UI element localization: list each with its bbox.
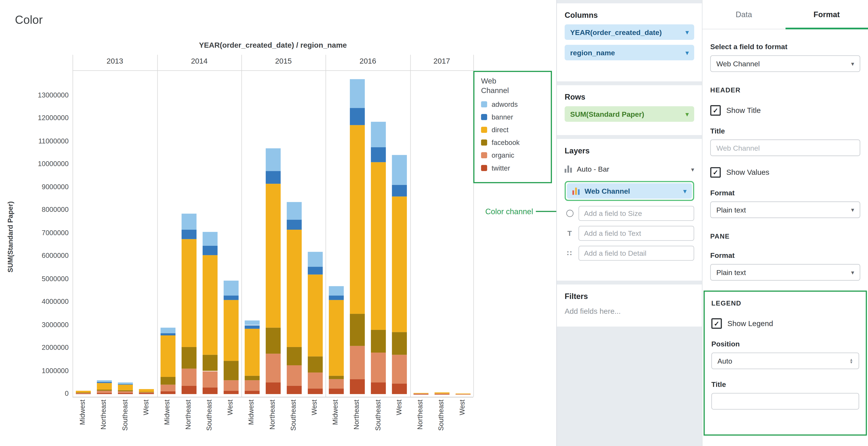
- show-title-checkbox[interactable]: [710, 105, 721, 116]
- bar-segment-organic[interactable]: [181, 369, 196, 386]
- bar-segment-adwords[interactable]: [286, 202, 302, 220]
- bar-segment-organic[interactable]: [223, 380, 239, 391]
- bar-segment-organic[interactable]: [97, 391, 112, 393]
- bar-segment-direct[interactable]: [329, 300, 344, 376]
- bar-segment-facebook[interactable]: [286, 347, 302, 365]
- bar-segment-organic[interactable]: [203, 371, 217, 387]
- bar-segment-twitter[interactable]: [139, 393, 154, 394]
- bar-segment-twitter[interactable]: [350, 379, 365, 394]
- bar-segment-organic[interactable]: [244, 380, 259, 391]
- bar-segment-facebook[interactable]: [371, 330, 386, 353]
- bar-segment-organic[interactable]: [286, 365, 302, 386]
- bar-segment-direct[interactable]: [118, 385, 133, 390]
- bar-segment-banner[interactable]: [371, 147, 386, 162]
- bar-segment-adwords[interactable]: [118, 383, 133, 384]
- bar-segment-direct[interactable]: [97, 383, 112, 390]
- bar-segment-direct[interactable]: [392, 197, 407, 332]
- bar-segment-direct[interactable]: [203, 255, 217, 355]
- bar-segment-facebook[interactable]: [308, 356, 322, 372]
- bar-segment-twitter[interactable]: [181, 386, 196, 394]
- bar-segment-banner[interactable]: [223, 295, 239, 300]
- field-to-format-select[interactable]: Web Channel: [710, 55, 860, 72]
- bar-segment-banner[interactable]: [350, 108, 365, 125]
- bar-segment-twitter[interactable]: [244, 391, 259, 394]
- bar-segment-direct[interactable]: [160, 336, 175, 377]
- bar-segment-organic[interactable]: [160, 384, 175, 391]
- header-format-select[interactable]: Plain text: [710, 201, 860, 218]
- bar-segment-twitter[interactable]: [308, 388, 322, 394]
- bar-segment-facebook[interactable]: [139, 392, 154, 392]
- bar-segment-twitter[interactable]: [160, 391, 175, 394]
- bar-segment-banner[interactable]: [203, 246, 217, 255]
- bar-segment-direct[interactable]: [350, 125, 365, 314]
- bar-segment-twitter[interactable]: [286, 386, 302, 394]
- bar-segment-twitter[interactable]: [97, 392, 112, 394]
- bar-segment-facebook[interactable]: [350, 314, 365, 346]
- bar-segment-twitter[interactable]: [118, 393, 133, 394]
- bar-segment-direct[interactable]: [308, 275, 322, 356]
- bar-segment-twitter[interactable]: [329, 388, 344, 394]
- bar-segment-facebook[interactable]: [181, 347, 196, 369]
- bar-segment-facebook[interactable]: [329, 376, 344, 379]
- bar-segment-banner[interactable]: [308, 266, 322, 275]
- bar-segment-direct[interactable]: [266, 184, 281, 327]
- bar-segment-facebook[interactable]: [160, 377, 175, 385]
- bar-segment-adwords[interactable]: [203, 232, 217, 246]
- bar-segment-organic[interactable]: [76, 392, 91, 393]
- bar-segment-organic[interactable]: [139, 392, 154, 393]
- bar-segment-facebook[interactable]: [97, 390, 112, 390]
- text-field-input[interactable]: Add a field to Text: [579, 226, 694, 241]
- bar-segment-adwords[interactable]: [392, 155, 407, 185]
- bar-segment-adwords[interactable]: [350, 79, 365, 108]
- tab-data[interactable]: Data: [703, 0, 785, 29]
- bar-segment-organic[interactable]: [266, 354, 281, 383]
- bar-segment-banner[interactable]: [160, 333, 175, 336]
- bar-segment-adwords[interactable]: [160, 327, 175, 333]
- bar-segment-adwords[interactable]: [244, 321, 259, 325]
- detail-field-input[interactable]: Add a field to Detail: [579, 246, 694, 261]
- pane-format-select[interactable]: Plain text: [710, 264, 860, 281]
- bar-segment-direct[interactable]: [181, 239, 196, 347]
- bar-segment-adwords[interactable]: [181, 214, 196, 230]
- columns-pill-region-name[interactable]: region_name: [564, 45, 694, 60]
- bar-segment-direct[interactable]: [413, 392, 428, 393]
- show-values-checkbox[interactable]: [710, 167, 721, 178]
- bar-segment-adwords[interactable]: [266, 148, 281, 171]
- bar-segment-banner[interactable]: [286, 220, 302, 230]
- bar-segment-adwords[interactable]: [371, 122, 386, 147]
- bar-segment-direct[interactable]: [76, 391, 91, 392]
- bar-segment-direct[interactable]: [434, 392, 449, 393]
- bar-segment-adwords[interactable]: [223, 280, 239, 295]
- bar-segment-direct[interactable]: [371, 162, 386, 330]
- bar-segment-organic[interactable]: [456, 394, 470, 394]
- bar-segment-organic[interactable]: [392, 355, 407, 384]
- bar-segment-direct[interactable]: [244, 329, 259, 376]
- bar-segment-banner[interactable]: [181, 230, 196, 239]
- bar-segment-twitter[interactable]: [413, 394, 428, 394]
- legend-position-select[interactable]: Auto ▲▼: [711, 353, 859, 369]
- bar-segment-organic[interactable]: [350, 346, 365, 379]
- bar-segment-banner[interactable]: [392, 185, 407, 196]
- bar-segment-twitter[interactable]: [392, 384, 407, 394]
- bar-segment-facebook[interactable]: [392, 332, 407, 355]
- bar-segment-banner[interactable]: [97, 382, 112, 383]
- show-legend-checkbox[interactable]: [711, 318, 722, 329]
- bar-segment-organic[interactable]: [371, 353, 386, 383]
- bar-segment-organic[interactable]: [329, 379, 344, 388]
- bar-segment-adwords[interactable]: [329, 286, 344, 295]
- bar-segment-adwords[interactable]: [97, 380, 112, 382]
- bar-segment-banner[interactable]: [244, 325, 259, 329]
- rows-pill-sum-standard-paper[interactable]: SUM(Standard Paper): [564, 106, 694, 122]
- legend-title-input[interactable]: [711, 393, 859, 410]
- filters-dropzone[interactable]: Add fields here...: [564, 307, 694, 316]
- bar-segment-banner[interactable]: [266, 171, 281, 184]
- bar-segment-direct[interactable]: [223, 300, 239, 361]
- bar-segment-banner[interactable]: [118, 384, 133, 385]
- size-field-input[interactable]: Add a field to Size: [579, 206, 694, 221]
- bar-segment-twitter[interactable]: [456, 394, 470, 394]
- tab-format[interactable]: Format: [785, 0, 868, 29]
- bar-segment-direct[interactable]: [456, 393, 470, 394]
- bar-segment-twitter[interactable]: [203, 387, 217, 394]
- bar-segment-organic[interactable]: [118, 391, 133, 393]
- bar-segment-facebook[interactable]: [203, 355, 217, 371]
